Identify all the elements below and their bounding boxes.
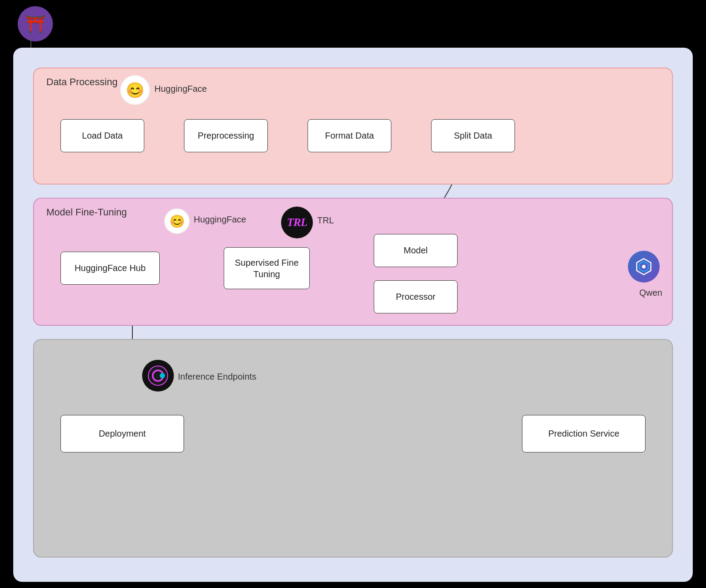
load-data-box: Load Data	[60, 119, 144, 152]
huggingface-hub-box: HuggingFace Hub	[60, 252, 160, 285]
main-canvas: Data Processing 😊 HuggingFace Load Data …	[13, 48, 693, 582]
section-model-finetuning: Model Fine-Tuning 😊 HuggingFace TRL TRL …	[33, 198, 673, 326]
prediction-service-box: Prediction Service	[522, 415, 646, 452]
svg-point-14	[160, 373, 165, 378]
trl-label: TRL	[317, 215, 334, 226]
huggingface-label-1: HuggingFace	[154, 84, 207, 94]
qwen-badge	[628, 251, 660, 283]
huggingface-badge-2: 😊	[164, 208, 190, 234]
model-box: Model	[374, 234, 458, 267]
trl-badge: TRL	[281, 207, 313, 238]
qwen-icon	[634, 257, 653, 276]
section-data-processing: Data Processing 😊 HuggingFace Load Data …	[33, 68, 673, 185]
section-deployment: Inference Endpoints Deployment Predictio…	[33, 339, 673, 558]
svg-point-11	[642, 265, 646, 268]
huggingface-label-2: HuggingFace	[194, 215, 246, 225]
split-data-box: Split Data	[431, 119, 515, 152]
data-processing-label: Data Processing	[46, 76, 117, 88]
inference-icon	[147, 365, 169, 387]
inference-badge	[142, 360, 174, 392]
format-data-box: Format Data	[308, 119, 391, 152]
preprocessing-box: Preprocessing	[184, 119, 268, 152]
processor-box: Processor	[374, 280, 458, 313]
deployment-box: Deployment	[60, 415, 184, 452]
inference-label: Inference Endpoints	[178, 372, 256, 382]
qwen-label: Qwen	[639, 288, 662, 298]
app-logo: ⛩️	[18, 6, 53, 41]
supervised-fine-tuning-box: Supervised Fine Tuning	[224, 247, 310, 289]
model-finetuning-label: Model Fine-Tuning	[46, 207, 127, 218]
huggingface-badge-1: 😊	[120, 75, 150, 105]
